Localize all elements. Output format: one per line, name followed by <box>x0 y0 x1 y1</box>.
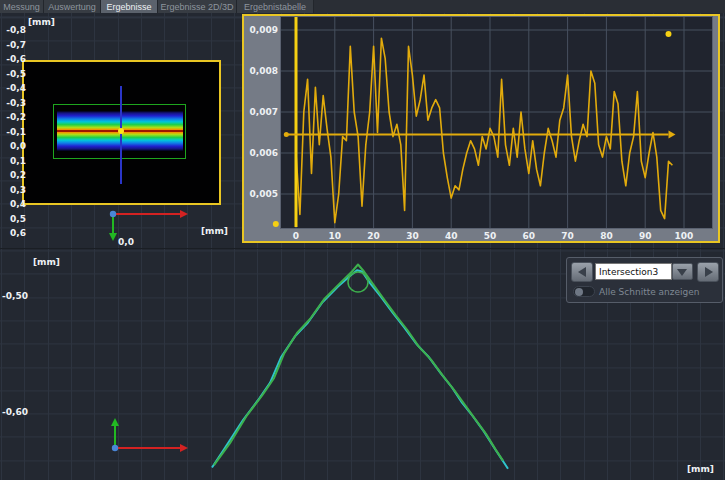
left-arrow-icon <box>578 267 586 277</box>
right-arrow-icon <box>705 267 713 277</box>
axis-tick-label: -0,4 <box>2 83 26 93</box>
axis-tick-label: -0,6 <box>2 54 26 64</box>
application-window: Messung Auswertung Ergebnisse Ergebnisse… <box>0 0 725 480</box>
tab-ergebnistabelle[interactable]: Ergebnistabelle <box>237 0 314 13</box>
axis-tick-label: 10 <box>323 231 347 241</box>
left-view-x-unit-label: [mm] <box>201 226 228 236</box>
show-all-sections-toggle[interactable] <box>573 286 595 297</box>
chevron-down-icon <box>677 269 687 276</box>
measurement-plot-area[interactable] <box>280 16 713 229</box>
axis-tick-label: 40 <box>439 231 463 241</box>
tab-messung[interactable]: Messung <box>0 0 44 13</box>
axis-tick-label: 20 <box>362 231 386 241</box>
axis-tick-label: 70 <box>556 231 580 241</box>
beam-cursor-line <box>120 86 122 184</box>
previous-intersection-button[interactable] <box>571 262 593 282</box>
axis-tick-label: 80 <box>594 231 618 241</box>
beam-center-marker <box>118 128 124 134</box>
axis-tick-label: -0,2 <box>2 112 26 122</box>
intersection-dropdown-button[interactable] <box>672 263 693 280</box>
tab-ergebnisse[interactable]: Ergebnisse <box>101 0 158 13</box>
axis-tick-label: 30 <box>400 231 424 241</box>
tab-ergebnisse-2d3d[interactable]: Ergebnisse 2D/3D <box>158 0 237 13</box>
axis-tick-label: 0 <box>284 231 308 241</box>
axis-tick-label: 90 <box>633 231 657 241</box>
axis-tick-label: 0,008 <box>246 66 278 76</box>
axis-tick-label: -0,60 <box>2 407 36 417</box>
axis-tick-label: -0,7 <box>2 40 26 50</box>
intersection-control-box: Intersection3 Alle Schnitte anzeigen <box>566 257 723 303</box>
axis-tick-label: 0,009 <box>246 25 278 35</box>
show-all-sections-label: Alle Schnitte anzeigen <box>599 287 700 297</box>
axis-tick-label: 50 <box>478 231 502 241</box>
axis-tick-label: 0,4 <box>2 199 26 209</box>
axis-tick-label: 60 <box>517 231 541 241</box>
axis-tick-label: 0,005 <box>246 189 278 199</box>
axis-tick-label: 100 <box>672 231 696 241</box>
profile-unit-label-top: [mm] <box>33 257 60 267</box>
axis-tick-label: -0,5 <box>2 69 26 79</box>
tab-auswertung[interactable]: Auswertung <box>44 0 101 13</box>
axis-tick-label: 0,6 <box>2 228 26 238</box>
axis-tick-label: 0,1 <box>2 156 26 166</box>
axis-tick-label: 0,0 <box>2 141 26 151</box>
intersection-select-input[interactable]: Intersection3 <box>595 263 672 280</box>
axis-tick-label: 0,007 <box>246 107 278 117</box>
axis-tick-label: -0,8 <box>2 25 26 35</box>
axis-tick-label: -0,50 <box>2 291 36 301</box>
panel-divider <box>0 248 725 249</box>
axis-tick-label: 0,2 <box>2 170 26 180</box>
tab-bar: Messung Auswertung Ergebnisse Ergebnisse… <box>0 0 725 14</box>
profile-unit-label-bottom: [mm] <box>687 464 714 474</box>
axis-tick-label: -0,3 <box>2 98 26 108</box>
toggle-knob <box>575 288 583 296</box>
axis-tick-label: 0,5 <box>2 214 26 224</box>
left-view-x-tick-label: 0,0 <box>112 237 140 247</box>
next-intersection-button[interactable] <box>697 262 719 282</box>
left-view-unit-label: [mm] <box>28 17 55 27</box>
beam-image-view[interactable] <box>22 60 221 205</box>
axis-tick-label: 0,006 <box>246 148 278 158</box>
axis-tick-label: -0,1 <box>2 127 26 137</box>
axis-tick-label: 0,3 <box>2 185 26 195</box>
